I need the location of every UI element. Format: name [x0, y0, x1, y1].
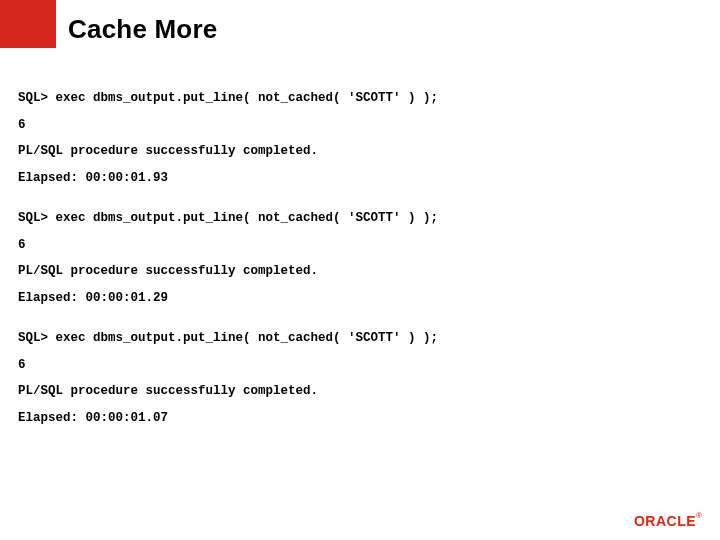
sql-result: 6 — [18, 119, 702, 132]
sql-status: PL/SQL procedure successfully completed. — [18, 265, 702, 278]
sql-elapsed: Elapsed: 00:00:01.07 — [18, 412, 702, 425]
footer: ORACLE® — [634, 512, 702, 530]
sql-command: SQL> exec dbms_output.put_line( not_cach… — [18, 92, 702, 105]
sql-run-block: SQL> exec dbms_output.put_line( not_cach… — [18, 332, 702, 424]
sql-status: PL/SQL procedure successfully completed. — [18, 145, 702, 158]
registered-mark: ® — [696, 511, 702, 520]
sql-result: 6 — [18, 239, 702, 252]
sql-status: PL/SQL procedure successfully completed. — [18, 385, 702, 398]
slide-content: SQL> exec dbms_output.put_line( not_cach… — [18, 92, 702, 452]
sql-command: SQL> exec dbms_output.put_line( not_cach… — [18, 212, 702, 225]
sql-command: SQL> exec dbms_output.put_line( not_cach… — [18, 332, 702, 345]
sql-run-block: SQL> exec dbms_output.put_line( not_cach… — [18, 92, 702, 184]
brand-accent-block — [0, 0, 56, 48]
sql-elapsed: Elapsed: 00:00:01.93 — [18, 172, 702, 185]
oracle-logo: ORACLE — [634, 513, 696, 529]
slide-title: Cache More — [68, 14, 217, 45]
sql-run-block: SQL> exec dbms_output.put_line( not_cach… — [18, 212, 702, 304]
sql-elapsed: Elapsed: 00:00:01.29 — [18, 292, 702, 305]
sql-result: 6 — [18, 359, 702, 372]
